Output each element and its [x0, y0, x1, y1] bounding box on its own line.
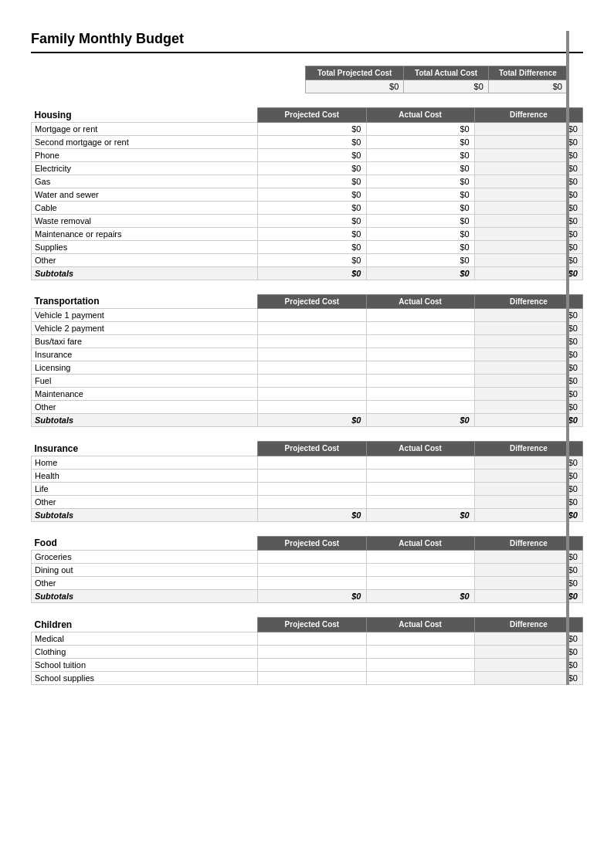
- section-title-housing: Housing: [32, 108, 258, 123]
- row-actual[interactable]: $0: [366, 148, 474, 161]
- row-actual[interactable]: [366, 388, 474, 401]
- row-actual[interactable]: [366, 564, 474, 577]
- row-actual[interactable]: [366, 632, 474, 645]
- table-row: Supplies $0 $0 $0: [32, 240, 583, 253]
- row-actual[interactable]: $0: [366, 135, 474, 148]
- section-header-actual-transportation: Actual Cost: [366, 294, 474, 309]
- row-projected[interactable]: $0: [258, 161, 366, 175]
- row-actual[interactable]: $0: [366, 175, 474, 188]
- row-projected[interactable]: $0: [258, 240, 366, 253]
- table-row: Groceries $0: [32, 551, 583, 564]
- table-row: School supplies $0: [32, 671, 583, 684]
- row-actual[interactable]: $0: [366, 253, 474, 266]
- row-label: Fuel: [32, 375, 258, 388]
- subtotals-row: Subtotals $0 $0 $0: [32, 590, 583, 603]
- row-projected[interactable]: [258, 658, 366, 671]
- row-actual[interactable]: $0: [366, 188, 474, 201]
- table-row: Maintenance $0: [32, 388, 583, 401]
- row-actual[interactable]: [366, 456, 474, 469]
- row-actual[interactable]: [366, 551, 474, 564]
- row-projected[interactable]: $0: [258, 253, 366, 266]
- row-actual[interactable]: [366, 348, 474, 361]
- row-projected[interactable]: $0: [258, 201, 366, 214]
- row-actual[interactable]: [366, 361, 474, 375]
- table-row: Fuel $0: [32, 375, 583, 388]
- row-label: Supplies: [32, 240, 258, 253]
- row-actual[interactable]: $0: [366, 214, 474, 227]
- row-projected[interactable]: [258, 388, 366, 401]
- table-row: Licensing $0: [32, 361, 583, 375]
- section-table-housing: Housing Projected Cost Actual Cost Diffe…: [31, 107, 583, 280]
- row-projected[interactable]: [258, 632, 366, 645]
- row-actual[interactable]: [366, 645, 474, 658]
- section-header-projected-housing: Projected Cost: [258, 108, 366, 123]
- section-title-insurance: Insurance: [32, 442, 258, 456]
- row-projected[interactable]: $0: [258, 175, 366, 188]
- row-label: Electricity: [32, 161, 258, 175]
- row-projected[interactable]: [258, 551, 366, 564]
- row-projected[interactable]: [258, 456, 366, 469]
- row-projected[interactable]: [258, 348, 366, 361]
- row-actual[interactable]: $0: [366, 240, 474, 253]
- row-projected[interactable]: $0: [258, 148, 366, 161]
- row-label: Water and sewer: [32, 188, 258, 201]
- row-projected[interactable]: [258, 361, 366, 375]
- table-row: Other $0: [32, 577, 583, 590]
- row-actual[interactable]: $0: [366, 161, 474, 175]
- row-projected[interactable]: $0: [258, 122, 366, 135]
- row-projected[interactable]: [258, 469, 366, 482]
- section-table-children: Children Projected Cost Actual Cost Diff…: [31, 617, 583, 685]
- row-actual[interactable]: [366, 401, 474, 414]
- row-actual[interactable]: [366, 309, 474, 322]
- row-actual[interactable]: [366, 495, 474, 508]
- row-label: Licensing: [32, 361, 258, 375]
- row-projected[interactable]: [258, 495, 366, 508]
- section-housing: Housing Projected Cost Actual Cost Diffe…: [31, 107, 583, 280]
- table-row: Waste removal $0 $0 $0: [32, 214, 583, 227]
- summary-projected-value: $0: [306, 80, 404, 93]
- row-projected[interactable]: [258, 401, 366, 414]
- row-actual[interactable]: $0: [366, 227, 474, 240]
- row-label: Vehicle 1 payment: [32, 309, 258, 322]
- table-row: Insurance $0: [32, 348, 583, 361]
- row-projected[interactable]: [258, 335, 366, 348]
- table-row: Health $0: [32, 469, 583, 482]
- row-projected[interactable]: $0: [258, 214, 366, 227]
- table-row: Other $0 $0 $0: [32, 253, 583, 266]
- row-actual[interactable]: [366, 482, 474, 495]
- row-label: Other: [32, 577, 258, 590]
- row-projected[interactable]: $0: [258, 227, 366, 240]
- row-projected[interactable]: [258, 671, 366, 684]
- row-projected[interactable]: $0: [258, 188, 366, 201]
- row-projected[interactable]: [258, 577, 366, 590]
- subtotals-actual: $0: [366, 590, 474, 603]
- subtotals-actual: $0: [366, 414, 474, 427]
- row-projected[interactable]: [258, 564, 366, 577]
- row-label: Other: [32, 401, 258, 414]
- row-projected[interactable]: $0: [258, 135, 366, 148]
- row-projected[interactable]: [258, 645, 366, 658]
- row-projected[interactable]: [258, 309, 366, 322]
- row-actual[interactable]: [366, 322, 474, 335]
- row-projected[interactable]: [258, 482, 366, 495]
- row-actual[interactable]: [366, 375, 474, 388]
- row-actual[interactable]: [366, 335, 474, 348]
- row-actual[interactable]: [366, 671, 474, 684]
- row-projected[interactable]: [258, 375, 366, 388]
- table-row: Dining out $0: [32, 564, 583, 577]
- row-actual[interactable]: [366, 658, 474, 671]
- row-actual[interactable]: [366, 577, 474, 590]
- section-table-insurance: Insurance Projected Cost Actual Cost Dif…: [31, 441, 583, 522]
- row-actual[interactable]: $0: [366, 201, 474, 214]
- section-table-food: Food Projected Cost Actual Cost Differen…: [31, 536, 583, 604]
- row-projected[interactable]: [258, 322, 366, 335]
- table-row: Medical $0: [32, 632, 583, 645]
- table-row: Water and sewer $0 $0 $0: [32, 188, 583, 201]
- summary-section: Total Projected Cost Total Actual Cost T…: [31, 66, 583, 93]
- page-title: Family Monthly Budget: [31, 31, 583, 47]
- row-actual[interactable]: $0: [366, 122, 474, 135]
- subtotals-label: Subtotals: [32, 590, 258, 603]
- row-label: Other: [32, 495, 258, 508]
- row-actual[interactable]: [366, 469, 474, 482]
- subtotals-label: Subtotals: [32, 508, 258, 521]
